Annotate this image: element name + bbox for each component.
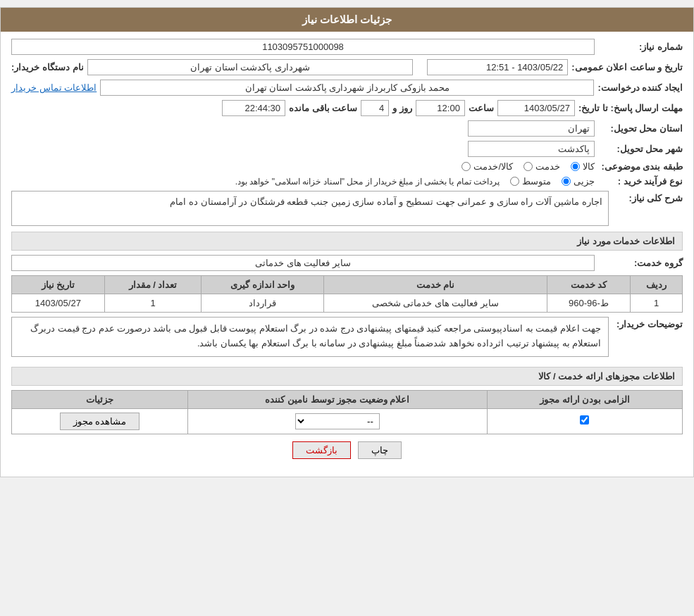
radio-jozi-item: جزیی	[562, 176, 595, 187]
sharh-niaz-group: شرح کلی نیاز: اجاره ماشین آلات راه سازی …	[11, 191, 683, 226]
col-tarikh: تاریخ نیاز	[12, 276, 105, 294]
cell-tarikh: 1403/05/27	[12, 294, 105, 313]
ostan-row: استان محل تحویل: تهران	[11, 120, 683, 137]
buttons-row: چاپ بازگشت	[11, 441, 683, 459]
cell-tedad: 1	[104, 294, 202, 313]
nam-dastgah-label: نام دستگاه خریدار:	[11, 62, 84, 73]
noee-radio-group: متوسط جزیی	[510, 176, 595, 187]
radio-khadamat-item: خدمت	[523, 161, 560, 172]
shahr-value: پاکدشت	[468, 141, 595, 157]
etelaat-mojooze-title: اطلاعات مجوزهای ارائه خدمت / کالا	[11, 367, 683, 386]
col-kod: کد خدمت	[547, 276, 630, 294]
cell-vahed: قرارداد	[202, 294, 324, 313]
radio-khadamat-input[interactable]	[523, 162, 533, 171]
nam-dastgah-value: شهرداری پاکدشت استان تهران	[87, 59, 414, 75]
col-radif: ردیف	[631, 276, 683, 294]
radio-kala-item: کالا	[571, 161, 595, 172]
lic-elzami-checkbox[interactable]	[580, 415, 589, 425]
radio-khadamat-label: خدمت	[535, 161, 560, 172]
radio-kala-khadamat-label: کالا/خدمت	[473, 161, 513, 172]
radio-kala-khadamat-input[interactable]	[461, 162, 471, 171]
noee-desc: پرداخت تمام یا بخشی از مبلغ خریدار از مح…	[235, 177, 500, 187]
khadamat-table-row: 1 ط-96-960 سایر فعالیت های خدماتی شخصی ق…	[12, 294, 683, 313]
page-wrapper: جزئیات اطلاعات نیاز شماره نیاز: 11030957…	[0, 7, 694, 477]
page-header: جزئیات اطلاعات نیاز	[1, 8, 693, 32]
tabaqe-label: طبقه بندی موضوعی:	[598, 161, 683, 172]
ejad-label: ایجاد کننده درخواست:	[597, 82, 683, 93]
mohlat-saat: 12:00	[416, 100, 465, 116]
shomara-niaz-row: شماره نیاز: 1103095751000098	[11, 39, 683, 55]
view-mojooze-button[interactable]: مشاهده مجوز	[60, 413, 140, 430]
ostan-label: استان محل تحویل:	[598, 123, 683, 134]
gorooh-value: سایر فعالیت های خدماتی	[11, 255, 595, 271]
radio-kala-label: کالا	[583, 161, 595, 172]
cell-radif: 1	[631, 294, 683, 313]
lic-aelam-select[interactable]: --	[295, 413, 380, 429]
khadamat-table: ردیف کد خدمت نام خدمت واحد اندازه گیری ت…	[11, 275, 683, 313]
shahr-label: شهر محل تحویل:	[598, 144, 683, 154]
mojooze-table: الزامی بودن ارائه مجوز اعلام وضعیت مجوز …	[11, 390, 683, 434]
lic-joziyat-cell: مشاهده مجوز	[12, 408, 188, 434]
radio-jozi-input[interactable]	[562, 177, 571, 186]
radio-kala-input[interactable]	[571, 162, 580, 171]
cell-nam: سایر فعالیت های خدماتی شخصی	[324, 294, 547, 313]
mohlat-rooz-label: روز و	[392, 103, 412, 113]
radio-motavasset-item: متوسط	[510, 176, 551, 187]
etelaat-khadamat-title: اطلاعات خدمات مورد نیاز	[11, 232, 683, 251]
sharh-niaz-value: اجاره ماشین آلات راه سازی و عمرانی جهت ت…	[11, 191, 609, 226]
mohlat-date: 1403/05/27	[497, 100, 575, 116]
col-vahed: واحد اندازه گیری	[202, 276, 324, 294]
toseeh-label: توضیحات خریدار:	[612, 317, 683, 329]
etelaat-tamas-link[interactable]: اطلاعات تماس خریدار	[11, 82, 97, 93]
content-area: شماره نیاز: 1103095751000098 تاریخ و ساع…	[1, 32, 693, 477]
tarikh-namdastgah-row: تاریخ و ساعت اعلان عمومی: 1403/05/22 - 1…	[11, 59, 683, 75]
print-button[interactable]: چاپ	[358, 441, 402, 459]
col-aelam: اعلام وضعیت مجوز توسط نامین کننده	[187, 390, 487, 408]
noee-farayand-row: نوع فرآیند خرید : متوسط جزیی پرداخت تمام…	[11, 176, 683, 187]
mohlat-label: مهلت ارسال پاسخ: تا تاریخ:	[578, 103, 683, 113]
lic-table-row: -- مشاهده مجوز	[12, 408, 683, 434]
col-nam: نام خدمت	[324, 276, 547, 294]
noee-farayand-label: نوع فرآیند خرید :	[598, 176, 683, 187]
lic-aelam-cell: --	[187, 408, 487, 434]
radio-motavasset-input[interactable]	[510, 177, 519, 186]
col-elzami: الزامی بودن ارائه مجوز	[487, 390, 682, 408]
shomara-niaz-value: 1103095751000098	[11, 39, 595, 55]
gorooh-label: گروه خدمت:	[598, 258, 683, 268]
toseeh-group: توضیحات خریدار: جهت اعلام قیمت به اسنادپ…	[11, 317, 683, 361]
radio-kala-khadamat-item: کالا/خدمت	[461, 161, 513, 172]
ejad-row: ایجاد کننده درخواست: محمد بازوکی کاربردا…	[11, 80, 683, 96]
page-title: جزئیات اطلاعات نیاز	[302, 13, 392, 25]
gorooh-row: گروه خدمت: سایر فعالیت های خدماتی	[11, 255, 683, 271]
cell-kod: ط-96-960	[547, 294, 630, 313]
radio-motavasset-label: متوسط	[522, 176, 551, 187]
back-button[interactable]: بازگشت	[292, 441, 351, 459]
radio-jozi-label: جزیی	[574, 176, 595, 187]
lic-elzami-cell	[487, 408, 682, 434]
tabaqe-row: طبقه بندی موضوعی: کالا/خدمت خدمت کالا	[11, 161, 683, 172]
toseeh-value: جهت اعلام قیمت به اسنادپیوستی مراجعه کنی…	[11, 317, 609, 357]
col-tedad: تعداد / مقدار	[104, 276, 202, 294]
ejad-value: محمد بازوکی کاربرداز شهرداری پاکدشت استا…	[100, 80, 594, 96]
shahr-row: شهر محل تحویل: پاکدشت	[11, 141, 683, 157]
ostan-value: تهران	[468, 120, 595, 137]
mohlat-row: مهلت ارسال پاسخ: تا تاریخ: 1403/05/27 سا…	[11, 100, 683, 116]
tarikh-value: 1403/05/22 - 12:51	[427, 59, 568, 75]
mohlat-saat-label: ساعت	[469, 103, 494, 113]
tabaqe-radio-group: کالا/خدمت خدمت کالا	[461, 161, 595, 172]
shomara-niaz-label: شماره نیاز:	[598, 42, 683, 52]
mohlat-mande: 22:44:30	[222, 100, 285, 116]
mohlat-mande-label: ساعت باقی مانده	[289, 103, 357, 113]
tarikh-label: تاریخ و ساعت اعلان عمومی:	[571, 62, 683, 73]
sharh-niaz-label: شرح کلی نیاز:	[612, 191, 683, 203]
mohlat-rooz: 4	[361, 100, 389, 116]
col-joziyat: جزئیات	[12, 390, 188, 408]
